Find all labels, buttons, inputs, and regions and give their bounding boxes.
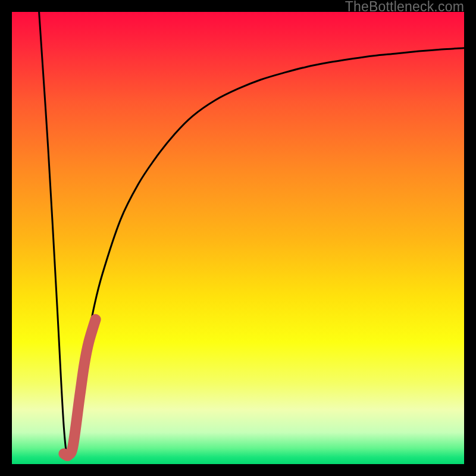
bottleneck-chart xyxy=(12,12,464,464)
plot-area xyxy=(12,12,464,464)
chart-frame: TheBottleneck.com xyxy=(0,0,476,476)
